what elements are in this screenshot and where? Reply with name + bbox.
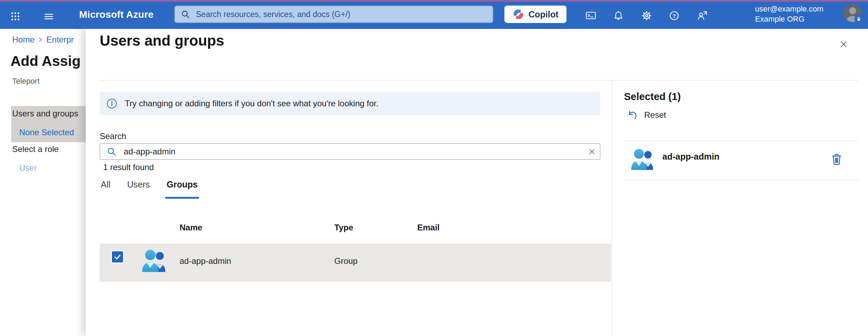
column-header-email[interactable]: Email [417, 223, 440, 232]
clear-icon [587, 147, 596, 156]
panel-title: Users and groups [100, 32, 224, 49]
panel-close-button[interactable] [836, 37, 851, 52]
feedback-button[interactable] [694, 7, 711, 24]
column-header-type[interactable]: Type [334, 223, 353, 232]
breadcrumb-separator-icon [38, 37, 43, 43]
search-field-label: Search [100, 131, 126, 141]
help-icon: ? [669, 10, 680, 21]
row-type: Group [334, 256, 358, 266]
top-bar: Microsoft Azure Co [0, 0, 868, 29]
account-email: user@example.com [755, 4, 823, 14]
selected-divider-bottom [624, 180, 858, 180]
info-banner: Try changing or adding filters if you do… [100, 92, 600, 115]
breadcrumb-enterprise[interactable]: Enterpr [46, 35, 74, 45]
hamburger-icon [44, 11, 54, 22]
bell-icon [613, 10, 624, 21]
portal-menu-button[interactable] [41, 9, 56, 24]
reset-label: Reset [644, 110, 666, 120]
top-accent-bar [0, 0, 868, 2]
cloud-shell-icon [585, 10, 596, 21]
column-header-name[interactable]: Name [180, 223, 202, 232]
wizard-users-groups-link[interactable]: None Selected [19, 128, 74, 137]
waffle-icon [10, 11, 21, 22]
tab-all[interactable]: All [101, 180, 111, 194]
result-tabs: All Users Groups [101, 180, 198, 194]
undo-icon [627, 109, 638, 121]
wizard-users-groups-label: Users and groups [12, 109, 78, 119]
notifications-button[interactable] [610, 7, 627, 24]
tab-users[interactable]: Users [127, 180, 150, 194]
copilot-logo-icon [512, 8, 524, 20]
breadcrumb: Home Enterpr [12, 35, 74, 45]
reset-button[interactable]: Reset [627, 109, 666, 121]
lock-badge-icon [854, 15, 863, 23]
row-checkbox[interactable] [111, 250, 124, 264]
close-icon [838, 39, 849, 49]
avatar[interactable] [844, 4, 862, 22]
account-org: Example ORG [755, 14, 823, 24]
page-title: Add Assig [10, 53, 81, 69]
brand-title[interactable]: Microsoft Azure [79, 9, 154, 20]
selected-divider-top [624, 141, 858, 141]
breadcrumb-home[interactable]: Home [12, 35, 35, 45]
selected-item-name: ad-app-admin [662, 152, 719, 162]
global-search-bar[interactable] [174, 6, 493, 23]
azure-portal-screen: Microsoft Azure Co [0, 0, 868, 336]
wizard-role-link[interactable]: User [19, 163, 37, 173]
svg-text:?: ? [672, 13, 676, 19]
help-button[interactable]: ? [666, 7, 683, 24]
account-info[interactable]: user@example.com Example ORG [755, 4, 823, 24]
panel-vertical-divider [612, 80, 612, 336]
info-icon [107, 98, 117, 109]
row-name: ad-app-admin [180, 256, 231, 266]
page-subtitle: Teleport [12, 77, 39, 86]
cloud-shell-button[interactable] [583, 7, 599, 24]
gear-icon [641, 10, 653, 22]
header-divider [100, 80, 858, 81]
table-row[interactable]: ad-app-admin Group [100, 244, 611, 282]
clear-search-button[interactable] [584, 144, 600, 159]
trash-icon [831, 153, 843, 166]
checkmark-icon [113, 253, 122, 261]
tab-groups[interactable]: Groups [167, 180, 198, 194]
person-feedback-icon [697, 10, 708, 21]
settings-button[interactable] [638, 7, 655, 24]
users-and-groups-panel: Users and groups Try changing or adding … [86, 29, 868, 336]
group-icon [630, 147, 655, 173]
panel-search-box [100, 143, 600, 160]
search-icon [106, 146, 117, 157]
selected-title: Selected (1) [624, 91, 681, 102]
app-launcher-button[interactable] [8, 9, 23, 24]
remove-selected-button[interactable] [829, 152, 844, 167]
copilot-button[interactable]: Copilot [504, 6, 566, 23]
wizard-role-label: Select a role [12, 144, 59, 154]
result-count: 1 result found [103, 162, 154, 172]
info-banner-text: Try changing or adding filters if you do… [125, 99, 378, 108]
group-icon [140, 248, 168, 275]
copilot-label: Copilot [528, 9, 558, 20]
panel-search-input[interactable] [123, 146, 584, 157]
search-icon [181, 9, 190, 19]
global-search-input[interactable] [195, 9, 493, 20]
